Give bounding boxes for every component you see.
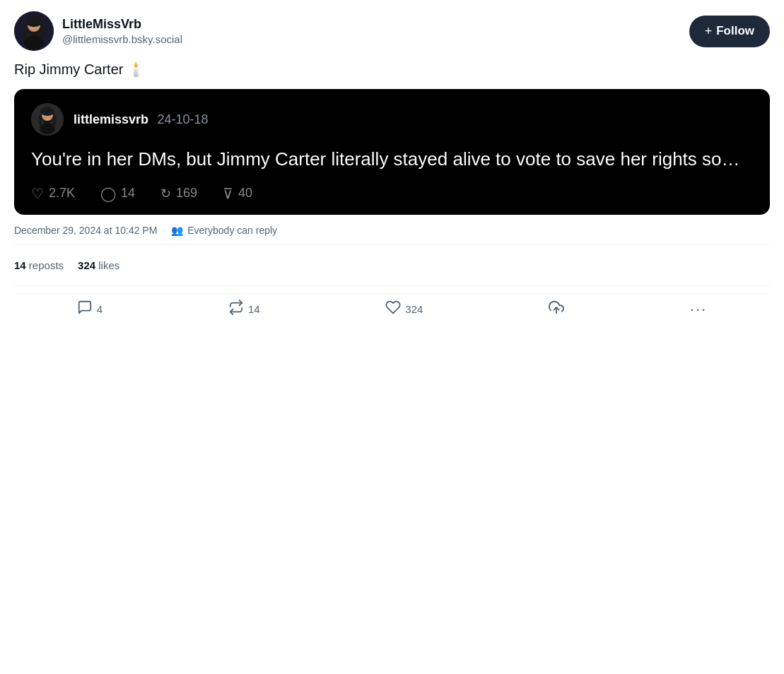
share-action[interactable] xyxy=(549,300,564,319)
quoted-reposts-count: 169 xyxy=(176,186,197,201)
post-header: LittleMissVrb @littlemissvrb.bsky.social… xyxy=(14,11,770,51)
quoted-likes: ♡ 2.7K xyxy=(31,186,75,201)
reply-icon xyxy=(77,300,93,319)
plus-icon: + xyxy=(705,24,713,39)
meta-separator: · xyxy=(163,225,165,236)
like-action[interactable]: 324 xyxy=(385,300,423,319)
reply-action[interactable]: 4 xyxy=(77,300,103,319)
share-action-icon xyxy=(549,300,564,319)
bookmark-icon: ⊽ xyxy=(223,187,233,201)
post-header-left: LittleMissVrb @littlemissvrb.bsky.social xyxy=(14,11,182,51)
reposts-label: reposts xyxy=(29,259,64,271)
like-count: 324 xyxy=(405,303,423,315)
reposts-number: 14 xyxy=(14,259,26,271)
heart-outline-icon: ♡ xyxy=(31,187,44,201)
quoted-reposts: ↻ 169 xyxy=(160,186,197,201)
more-icon: ··· xyxy=(690,300,707,319)
post-text: Rip Jimmy Carter 🕯️ xyxy=(14,59,770,79)
quoted-header: littlemissvrb 24-10-18 xyxy=(31,103,753,136)
svg-point-9 xyxy=(40,107,54,116)
handle[interactable]: @littlemissvrb.bsky.social xyxy=(62,32,182,47)
repost-action-icon xyxy=(228,300,244,319)
post-text-content: Rip Jimmy Carter xyxy=(14,61,123,77)
repost-action[interactable]: 14 xyxy=(228,300,260,319)
divider-1 xyxy=(14,244,770,245)
likes-count: 324 likes xyxy=(78,259,119,271)
quoted-bookmarks-count: 40 xyxy=(238,186,252,201)
likes-label: likes xyxy=(98,259,119,271)
quoted-text: You're in her DMs, but Jimmy Carter lite… xyxy=(31,147,753,172)
divider-2 xyxy=(14,285,770,286)
svg-point-4 xyxy=(25,16,42,27)
follow-button[interactable]: + Follow xyxy=(689,16,770,47)
follow-label: Follow xyxy=(716,24,754,38)
post-datetime: December 29, 2024 at 10:42 PM xyxy=(14,225,157,236)
candle-emoji: 🕯️ xyxy=(127,61,145,77)
reply-count: 4 xyxy=(97,303,103,315)
reply-permission-icon: 👥 xyxy=(171,225,183,236)
reply-permission: Everybody can reply xyxy=(187,225,277,236)
quoted-date: 24-10-18 xyxy=(158,112,209,126)
reposts-likes: 14 reposts 324 likes xyxy=(14,252,770,278)
quoted-comments-count: 14 xyxy=(121,186,135,201)
post-meta: December 29, 2024 at 10:42 PM · 👥 Everyb… xyxy=(14,225,770,236)
repost-count: 14 xyxy=(248,303,260,315)
quoted-comments: ◯ 14 xyxy=(100,186,135,201)
like-action-icon xyxy=(385,300,401,319)
action-bar: 4 14 324 xyxy=(14,293,770,327)
likes-number: 324 xyxy=(78,259,95,271)
quoted-likes-count: 2.7K xyxy=(49,186,75,201)
quoted-stats: ♡ 2.7K ◯ 14 ↻ 169 ⊽ 40 xyxy=(31,186,753,201)
quoted-avatar xyxy=(31,103,64,136)
avatar[interactable] xyxy=(14,11,54,51)
user-info: LittleMissVrb @littlemissvrb.bsky.social xyxy=(62,16,182,47)
quoted-user-info: littlemissvrb 24-10-18 xyxy=(74,112,209,127)
quoted-bookmarks: ⊽ 40 xyxy=(223,186,252,201)
quoted-post[interactable]: littlemissvrb 24-10-18 You're in her DMs… xyxy=(14,89,770,215)
display-name[interactable]: LittleMissVrb xyxy=(62,16,182,32)
more-action[interactable]: ··· xyxy=(690,300,707,319)
quoted-username: littlemissvrb xyxy=(74,112,148,126)
repost-icon: ↻ xyxy=(160,187,171,200)
reposts-count: 14 reposts xyxy=(14,259,64,271)
post-container: LittleMissVrb @littlemissvrb.bsky.social… xyxy=(0,0,784,327)
comment-icon: ◯ xyxy=(100,187,116,201)
